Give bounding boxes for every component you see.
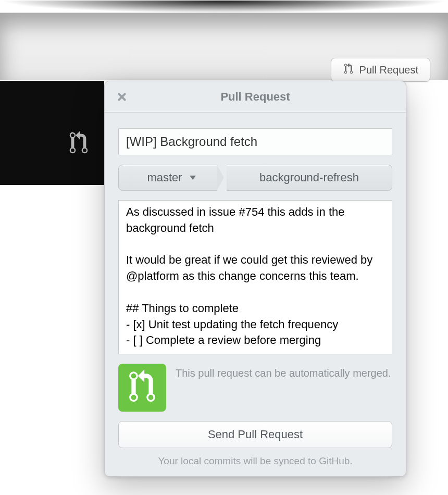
merge-status-text: This pull request can be automatically m… <box>176 364 391 380</box>
merge-ok-badge <box>118 364 166 412</box>
head-branch-text: background-refresh <box>259 171 359 184</box>
head-branch-label: background-refresh <box>227 165 392 191</box>
toolbar-button-label: Pull Request <box>359 64 418 76</box>
pull-request-toolbar-button[interactable]: Pull Request <box>331 58 430 82</box>
branch-selector: master background-refresh <box>118 165 392 191</box>
send-pull-request-button[interactable]: Send Pull Request <box>118 421 392 448</box>
popover-title: Pull Request <box>220 90 290 104</box>
pull-request-icon <box>125 369 159 406</box>
sync-footnote: Your local commits will be synced to Git… <box>105 455 406 476</box>
send-button-label: Send Pull Request <box>208 428 303 441</box>
pr-title-input[interactable] <box>118 128 392 155</box>
branch-arrow-icon <box>217 165 227 191</box>
close-icon[interactable] <box>115 91 128 103</box>
base-branch-dropdown[interactable]: master <box>118 165 217 191</box>
merge-status-row: This pull request can be automatically m… <box>118 364 392 412</box>
pull-request-popover: Pull Request master background-refresh T… <box>104 81 406 477</box>
popover-header: Pull Request <box>105 81 406 113</box>
pr-description-textarea[interactable] <box>118 200 392 354</box>
chevron-down-icon <box>190 176 196 180</box>
sidebar-fragment <box>0 81 104 185</box>
base-branch-label: master <box>147 171 182 184</box>
pull-request-icon <box>343 63 354 77</box>
pull-request-icon <box>67 131 91 157</box>
popover-body: master background-refresh This pull requ… <box>105 113 406 457</box>
window-toolbar: Pull Request <box>0 13 448 80</box>
